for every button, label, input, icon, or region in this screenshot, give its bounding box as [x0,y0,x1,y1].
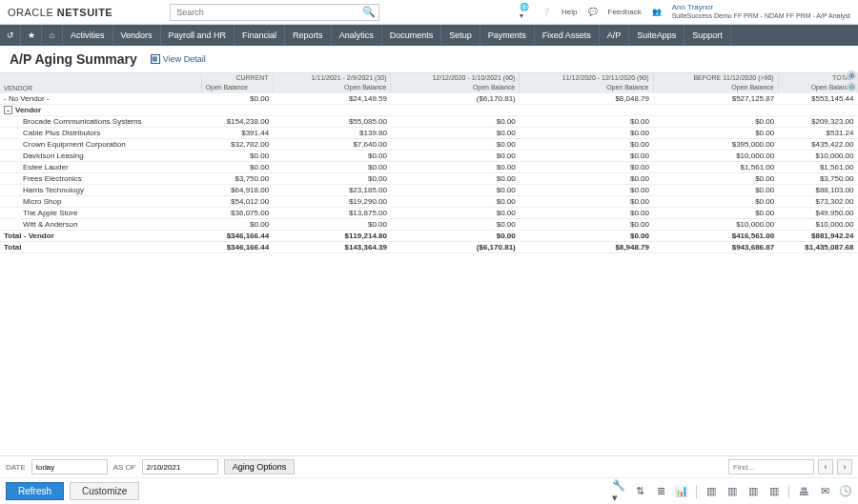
refresh-button[interactable]: Refresh [6,482,64,500]
cell-value: $23,185.00 [273,184,391,195]
export-excel-icon[interactable]: ▥ [705,485,718,498]
collapse-pane-icon[interactable]: ⊖ [847,82,856,91]
customize-button[interactable]: Customize [70,482,139,500]
col-period-0[interactable]: CURRENT [201,73,273,83]
feedback-icon[interactable]: 💬 [587,6,599,17]
find-prev-button[interactable]: ‹ [818,459,833,474]
col-period-1[interactable]: 1/11/2021 - 2/9/2021 (30) [273,73,391,83]
nav-star-icon[interactable]: ★ [21,25,42,46]
options-icon[interactable]: 🔧▾ [612,485,625,498]
row-name[interactable]: Harris Technology [0,184,201,195]
col-sub-4[interactable]: Open Balance [653,83,778,93]
nav-payroll-and-hr[interactable]: Payroll and HR [161,25,235,46]
row-name[interactable]: Crown Equipment Corporation [0,138,201,150]
nav-documents[interactable]: Documents [382,25,442,46]
row-name[interactable]: The Apple Store [0,207,201,218]
table-row[interactable]: Micro Shop$54,012.00$19,290.00$0.00$0.00… [0,195,858,207]
nav-a-p[interactable]: A/P [600,25,630,46]
nav-payments[interactable]: Payments [480,25,535,46]
help-link[interactable]: Help [562,8,577,16]
table-row[interactable]: -Vendor [0,104,858,115]
table-row[interactable]: Cable Plus Distributors$391.44$139.80$0.… [0,127,858,138]
nav-vendors[interactable]: Vendors [113,25,161,46]
nav-fixed-assets[interactable]: Fixed Assets [535,25,600,46]
table-row[interactable]: Witt & Anderson$0.00$0.00$0.00$0.00$10,0… [0,218,858,230]
col-period-4[interactable]: BEFORE 11/12/2020 (>90) [653,73,778,83]
user-icon[interactable]: 👥 [651,6,663,17]
nav-reports[interactable]: Reports [285,25,332,46]
view-detail-link[interactable]: ▦ View Detail [151,54,206,64]
nav-financial[interactable]: Financial [235,25,285,46]
nav-history-icon[interactable]: ↺ [0,25,21,46]
cell-value: $0.00 [273,172,391,184]
find-next-button[interactable]: › [837,459,852,474]
expand-pane-icon[interactable]: ⊕ [847,71,856,80]
cell-value: $0.00 [391,115,520,127]
view-detail-icon: ▦ [151,54,160,64]
report-grid: VENDOR CURRENT 1/11/2021 - 2/9/2021 (30)… [0,72,858,253]
col-period-2[interactable]: 12/12/2020 - 1/10/2021 (60) [391,73,520,83]
table-row[interactable]: Crown Equipment Corporation$32,782.00$7,… [0,138,858,150]
export-csv-icon[interactable]: ▥ [746,485,760,498]
row-name[interactable]: Frees Electronics [0,172,201,184]
row-name: Total - Vendor [0,230,201,241]
col-sub-3[interactable]: Open Balance [520,83,653,93]
row-name[interactable]: Micro Shop [0,195,201,207]
col-sub-2[interactable]: Open Balance [391,83,520,93]
cell-value: $49,950.00 [778,207,857,218]
cell-value: $527,125.87 [653,92,778,104]
export-pdf-icon[interactable]: ▥ [725,485,739,498]
table-row[interactable]: Brocade Communications Systems$154,238.0… [0,115,858,127]
col-sub-0[interactable]: Open Balance [201,83,273,93]
nav-analytics[interactable]: Analytics [332,25,382,46]
nav-activities[interactable]: Activities [63,25,113,46]
global-search-input[interactable] [170,4,379,21]
cell-value: $154,238.00 [201,115,273,127]
feedback-link[interactable]: Feedback [608,8,642,16]
search-icon[interactable]: 🔍 [362,6,376,18]
aging-options-button[interactable]: Aging Options [224,459,296,474]
row-name[interactable]: Witt & Anderson [0,218,201,230]
row-name[interactable]: Davidson Leasing [0,150,201,161]
find-input[interactable] [728,459,814,474]
print-icon[interactable]: 🖶 [797,485,810,498]
cell-value: $54,012.00 [201,195,273,207]
cell-value: $10,000.00 [778,218,857,230]
globe-icon[interactable]: 🌐▾ [520,6,531,17]
filter-icon[interactable]: ≣ [654,485,667,498]
asof-input[interactable] [142,459,218,474]
nav-setup[interactable]: Setup [441,25,480,46]
col-sub-1[interactable]: Open Balance [273,83,391,93]
cell-value: $0.00 [520,150,653,161]
email-icon[interactable]: ✉ [818,485,831,498]
nav-suiteapps[interactable]: SuiteApps [629,25,684,46]
cell-value: $0.00 [391,138,520,150]
row-name[interactable]: Cable Plus Distributors [0,127,201,138]
col-period-5[interactable]: TOTAL [778,73,857,83]
cell-value: $1,435,087.68 [778,241,857,252]
expand-toggle[interactable]: - [4,106,12,114]
cell-value: $0.00 [520,230,653,241]
nav-home-icon[interactable]: ⌂ [42,25,63,46]
export-doc-icon[interactable]: ▥ [767,485,781,498]
cell-value [778,104,857,115]
chart-icon[interactable]: 📊 [675,485,688,498]
nav-support[interactable]: Support [684,25,731,46]
table-row[interactable]: Davidson Leasing$0.00$0.00$0.00$0.00$10,… [0,150,858,161]
table-row[interactable]: The Apple Store$36,075.00$13,875.00$0.00… [0,207,858,218]
help-icon[interactable]: ❔ [541,6,552,17]
sort-icon[interactable]: ⇅ [633,485,646,498]
col-period-3[interactable]: 11/12/2020 - 12/11/2020 (90) [520,73,653,83]
table-row[interactable]: Harris Technology$64,918.00$23,185.00$0.… [0,184,858,195]
col-sub-5[interactable]: Open Balance [778,83,857,93]
row-name[interactable]: Estee Lauder [0,161,201,172]
date-input[interactable] [31,459,108,474]
row-name[interactable]: -Vendor [0,104,201,115]
table-row[interactable]: Estee Lauder$0.00$0.00$0.00$0.00$1,561.0… [0,161,858,172]
row-name[interactable]: Brocade Communications Systems [0,115,201,127]
table-row[interactable]: Frees Electronics$3,750.00$0.00$0.00$0.0… [0,172,858,184]
col-vendor[interactable]: VENDOR [0,73,201,92]
schedule-icon[interactable]: 🕓 [839,485,852,498]
cell-value: $416,561.00 [653,230,778,241]
user-menu[interactable]: Ann Traynor SuiteSuccess Demo FF PRM - N… [672,4,850,19]
